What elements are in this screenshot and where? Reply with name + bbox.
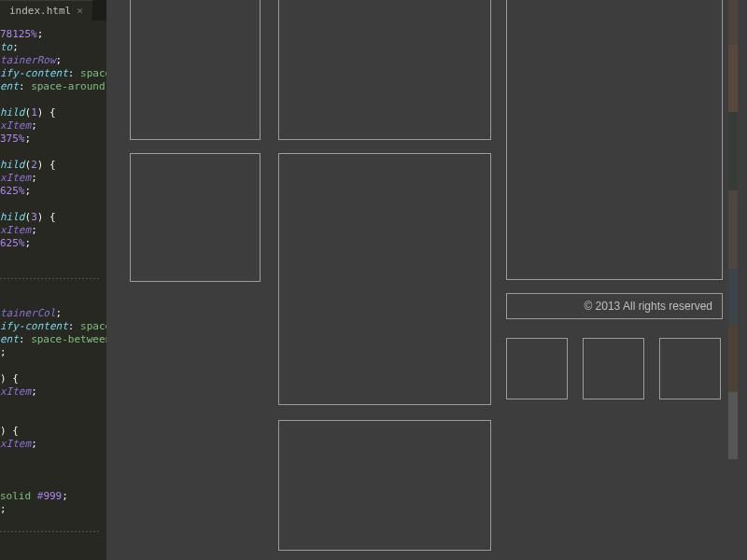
layout-box xyxy=(130,0,261,140)
browser-preview: © 2013 All rights reserved xyxy=(106,0,738,560)
layout-box xyxy=(278,420,491,551)
layout-box xyxy=(130,153,261,282)
code-editor-pane: index.html × 78125%;to;tainerRow;ify-con… xyxy=(0,0,106,560)
thumbnail-strip xyxy=(728,0,738,560)
footer-box: © 2013 All rights reserved xyxy=(506,293,723,319)
layout-box-small xyxy=(583,338,644,399)
tab-label: index.html xyxy=(9,5,71,17)
tab-strip: index.html × xyxy=(0,0,106,21)
code-area[interactable]: 78125%;to;tainerRow;ify-content: space-a… xyxy=(0,24,106,560)
layout-box xyxy=(278,0,491,140)
close-icon[interactable]: × xyxy=(77,6,83,16)
layout-box-small xyxy=(659,338,721,399)
copyright-text: © 2013 All rights reserved xyxy=(584,300,712,313)
layout-box xyxy=(278,153,491,405)
layout-box-small xyxy=(506,338,568,399)
layout-box xyxy=(506,0,723,280)
tab-index-html[interactable]: index.html × xyxy=(0,0,93,21)
